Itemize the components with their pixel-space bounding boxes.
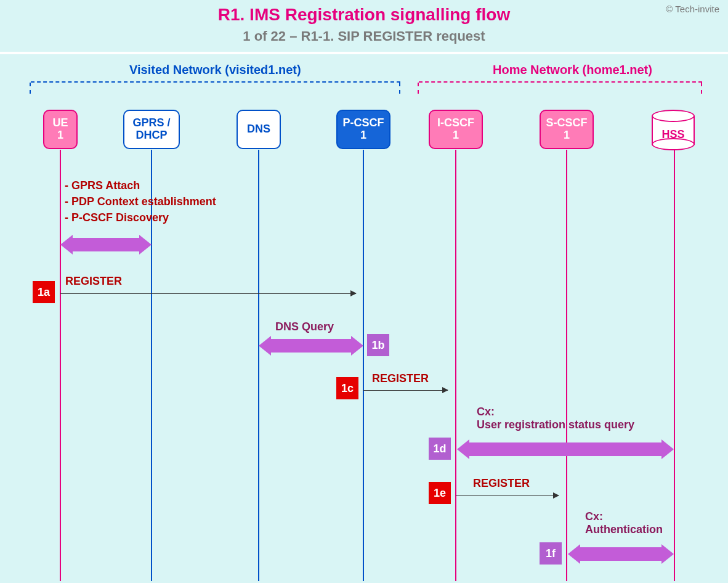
diagram-canvas: Visited Network (visited1.net) Home Netw… bbox=[0, 54, 728, 583]
step-badge-1f: 1f bbox=[540, 542, 562, 565]
home-network-bracket bbox=[419, 81, 702, 94]
lifeline-hss bbox=[674, 150, 675, 581]
initial-step-3: - P-CSCF Discovery bbox=[65, 210, 216, 226]
initial-step-2: - PDP Context establishment bbox=[65, 194, 216, 210]
page-title: R1. IMS Registration signalling flow bbox=[0, 5, 728, 25]
node-gprs-dhcp: GPRS / DHCP bbox=[123, 110, 180, 149]
lifeline-dns bbox=[258, 150, 259, 581]
msg-label-1a: REGISTER bbox=[65, 275, 122, 288]
initial-steps-text: - GPRS Attach - PDP Context establishmen… bbox=[65, 177, 216, 226]
step-badge-1e: 1e bbox=[429, 482, 451, 504]
node-hss: HSS bbox=[652, 110, 697, 150]
msg-label-1c: REGISTER bbox=[372, 372, 429, 385]
arrow-ue-gprs bbox=[73, 238, 139, 251]
arrow-1f bbox=[580, 547, 661, 561]
node-dns: DNS bbox=[237, 110, 281, 149]
step-badge-1b: 1b bbox=[367, 334, 389, 356]
home-network-label: Home Network (home1.net) bbox=[493, 63, 652, 77]
copyright: © Tech-invite bbox=[666, 4, 719, 14]
visited-network-label: Visited Network (visited1.net) bbox=[129, 63, 301, 77]
msg-label-1b: DNS Query bbox=[275, 320, 334, 333]
msg-label-1d: Cx: User registration status query bbox=[477, 406, 634, 431]
lifeline-scscf bbox=[566, 150, 567, 581]
arrow-1b bbox=[271, 339, 351, 353]
node-icscf: I-CSCF 1 bbox=[429, 110, 483, 149]
header: R1. IMS Registration signalling flow 1 o… bbox=[0, 0, 728, 52]
page-subtitle: 1 of 22 – R1-1. SIP REGISTER request bbox=[0, 28, 728, 44]
node-pcscf: P-CSCF 1 bbox=[336, 110, 390, 149]
arrow-1c bbox=[363, 390, 448, 391]
arrow-1a bbox=[60, 293, 356, 294]
arrow-1d bbox=[469, 442, 661, 456]
lifeline-icscf bbox=[455, 150, 456, 581]
msg-label-1f: Cx: Authentication bbox=[585, 510, 663, 536]
step-badge-1a: 1a bbox=[33, 281, 55, 303]
node-scscf: S-CSCF 1 bbox=[540, 110, 594, 149]
initial-step-1: - GPRS Attach bbox=[65, 177, 216, 194]
step-badge-1d: 1d bbox=[429, 438, 451, 460]
node-hss-label: HSS bbox=[652, 128, 695, 141]
lifeline-ue bbox=[60, 150, 61, 581]
visited-network-bracket bbox=[31, 81, 400, 94]
lifeline-pcscf bbox=[363, 150, 364, 581]
msg-label-1e: REGISTER bbox=[473, 477, 530, 490]
node-ue: UE 1 bbox=[43, 110, 78, 149]
arrow-1e bbox=[456, 495, 559, 496]
step-badge-1c: 1c bbox=[336, 377, 358, 399]
